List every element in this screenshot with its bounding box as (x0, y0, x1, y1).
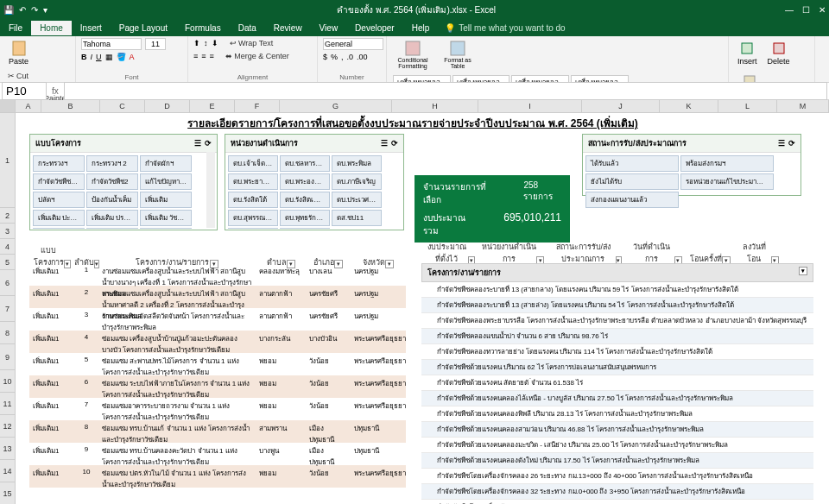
number-format-select[interactable] (323, 38, 383, 50)
name-box[interactable] (2, 82, 47, 100)
italic-button[interactable]: I (91, 53, 93, 61)
list-item[interactable]: กำจัดวัชพืชโดยเครื่องจักรคลอง 32 ระยะทาง… (421, 484, 813, 500)
increase-decimal-button[interactable]: .0 (347, 53, 354, 61)
redo-icon[interactable]: ↷ (31, 5, 38, 15)
tell-me[interactable]: 💡Tell me what you want to do (445, 23, 565, 33)
fill-color-button[interactable]: 🪣 (117, 53, 126, 61)
slicer-item[interactable]: ดบ.พระยาบรรลือ (228, 173, 278, 190)
slicer-item[interactable]: รอหน่วยงานแก้ไขประมาณการ (680, 173, 774, 190)
tab-page-layout[interactable]: Page Layout (111, 21, 176, 35)
align-top-button[interactable]: ⬆ (193, 39, 200, 47)
row-header[interactable]: 13 (0, 438, 16, 460)
merge-center-button[interactable]: ⬌Merge & Center (223, 51, 292, 61)
tab-data[interactable]: Data (230, 21, 265, 35)
col-header[interactable]: F (235, 100, 280, 113)
align-bottom-button[interactable]: ⬇ (212, 39, 218, 47)
list-item[interactable]: กำจัดวัชพืชคลองแขนน้ำบ่า จำนวน 6 สาย ปริ… (421, 329, 813, 344)
slicer-item[interactable]: สำนักงานก่อสร้าง... (280, 228, 330, 229)
col-header[interactable]: B (41, 100, 100, 113)
list-item[interactable]: กำจัดวัชพืชคลองทวารลายย่าง โดยแรงคน ปริม… (421, 344, 813, 360)
slicer-item[interactable]: เพิ่มเติม1 ขบ.พุทธ... (86, 228, 138, 229)
slicer-item[interactable]: ดบ.ประเวศน์ฯ (332, 192, 382, 208)
slicer-item[interactable]: กระทรวงฯ (33, 155, 85, 172)
conditional-formatting-button[interactable]: Conditional Formatting (392, 38, 433, 71)
list-item[interactable]: กำจัดวัชพืชด้วยแรงคนคลองสามว่อน ปริมาณ 4… (421, 422, 813, 438)
decrease-decimal-button[interactable]: .00 (357, 53, 368, 61)
col-header[interactable]: A (16, 100, 41, 113)
scrollbar[interactable] (206, 152, 215, 228)
list-item[interactable]: กำจัดวัชพืชคลองพระยาบรรลือ โครงการส่งน้ำ… (421, 313, 813, 329)
list-item[interactable]: กำจัดวัชพืชคลองระบายที่ 13 (สายล่าง) โดย… (421, 298, 813, 313)
list-item[interactable]: กำจัดวัชพืชโดยเครื่องจักรคลอง 33 (421, 500, 813, 504)
col-header[interactable]: H (392, 100, 478, 113)
slicer-item[interactable]: ดบ.รังสิตใต้ (228, 192, 278, 208)
tab-review[interactable]: Review (265, 21, 311, 35)
col-header[interactable]: K (660, 100, 718, 113)
multiselect-icon[interactable]: ☰ (194, 139, 201, 148)
clear-filter-icon[interactable]: ⟳ (788, 139, 795, 148)
align-center-button[interactable]: ≡ (201, 52, 206, 60)
slicer-item[interactable]: กำจัดผักฯ (140, 155, 192, 172)
col-header[interactable]: C (100, 100, 145, 113)
table-row[interactable]: เพิ่มเติม12งานซ่อมแซมเครื่องสูบน้ำและระบ… (29, 286, 406, 308)
close-icon[interactable]: ✕ (819, 5, 826, 15)
slicer-item[interactable]: ยังไม่ได้รับ (585, 173, 679, 190)
col-header[interactable]: J (582, 100, 660, 113)
insert-cells-button[interactable]: Insert (734, 38, 761, 67)
clear-filter-icon[interactable]: ⟳ (391, 139, 398, 148)
list-item[interactable]: กำจัดวัชพืชคลองระบายที่ 13 (สายกลาง) โดย… (421, 282, 813, 298)
slicer-item[interactable]: ดบ.สุพรรณบุรี (228, 210, 278, 226)
comma-button[interactable]: , (341, 53, 344, 61)
wrap-text-button[interactable]: ↩Wrap Text (227, 38, 275, 48)
table-row[interactable]: เพิ่มเติม11งานซ่อมแซมเครื่องสูบน้ำและระบ… (29, 263, 406, 286)
col-header[interactable]: I (478, 100, 582, 113)
row-header[interactable]: 6 (0, 270, 16, 296)
col-header[interactable]: M (777, 100, 829, 113)
list-item[interactable]: กำจัดวัชพืชด้วยแรงคน ปริมาณ 62 ไร่ โครงก… (421, 360, 813, 375)
tab-file[interactable]: File (0, 21, 31, 35)
list-item[interactable]: กำจัดวัชพืชด้วยแรงคนคลองไล้เหนือ - บางบู… (421, 391, 813, 406)
format-as-table-button[interactable]: Format as Table (437, 38, 478, 71)
fx-icon[interactable]: fx (48, 86, 62, 96)
slicer-item[interactable]: พร้อมส่งกรมฯ (680, 155, 774, 172)
row-header[interactable]: 14 (0, 460, 16, 482)
border-button[interactable]: ▦ (105, 53, 113, 61)
paste-button[interactable]: Paste (5, 38, 32, 67)
row-header[interactable]: 9 (0, 344, 16, 370)
slicer-item[interactable]: กำจัดวัชพืช2 (86, 173, 138, 190)
row-header[interactable]: 7 (0, 296, 16, 322)
tab-formulas[interactable]: Formulas (176, 21, 230, 35)
slicer-item[interactable]: กระทรวงฯ 2 (86, 155, 138, 172)
align-left-button[interactable]: ≡ (193, 52, 198, 60)
underline-button[interactable]: U (96, 53, 102, 61)
table-row[interactable]: เพิ่มเติม17ซ่อมแซมอาคารระบายถวรงาม จำนวน… (29, 398, 406, 420)
cut-button[interactable]: ✂Cut (5, 71, 72, 81)
font-size-input[interactable] (145, 38, 166, 50)
table-row[interactable]: เพิ่มเติม14ซ่อมแซม เครื่องสูบน้ำบ้านปู่แ… (29, 331, 406, 353)
row-header[interactable]: 1 (0, 113, 16, 208)
row-header[interactable]: 4 (0, 239, 16, 255)
row-header[interactable]: 5 (0, 255, 16, 270)
table-row[interactable]: เพิ่มเติม15ซ่อมแซม สะพานปทร.ไม้โครงการ จ… (29, 353, 406, 375)
maximize-icon[interactable]: ☐ (802, 5, 810, 15)
filter-button[interactable]: ▾ (799, 267, 807, 275)
slicer-item[interactable]: ส่งกองแผนงานแล้ว (585, 192, 679, 208)
slicer-item[interactable]: แก้ไขปัญหาภัยแล้ง (140, 173, 192, 190)
tab-view[interactable]: View (311, 21, 347, 35)
delete-cells-button[interactable]: Delete (764, 38, 794, 67)
table-row[interactable]: เพิ่มเติม18ซ่อมแซม ทรบ.บ้านแก้ จำนวน 1 แ… (29, 420, 406, 443)
minimize-icon[interactable]: — (785, 5, 794, 15)
row-header[interactable]: 15 (0, 482, 16, 504)
bold-button[interactable]: B (81, 53, 87, 61)
font-name-input[interactable] (81, 38, 142, 50)
tab-home[interactable]: Home (31, 21, 72, 35)
align-right-button[interactable]: ≡ (210, 52, 214, 60)
list-item[interactable]: กำจัดวัชพืชด้วยแรงคน สัตยายดั ่จำนวน 61.… (421, 375, 813, 391)
slicer-item[interactable]: เพิ่มเติม ประสิทธิ... (86, 210, 138, 226)
list-item[interactable]: กำจัดวัชพืชด้วยแรงคนคลองมะขวิด - เสนีย่า… (421, 438, 813, 453)
font-color-button[interactable]: A (130, 53, 135, 61)
percent-button[interactable]: % (331, 53, 338, 61)
slicer-item[interactable]: กำจัดวัชพืช ใหม่ (33, 173, 85, 190)
row-header[interactable]: 3 (0, 224, 16, 239)
row-header[interactable]: 11 (0, 393, 16, 415)
